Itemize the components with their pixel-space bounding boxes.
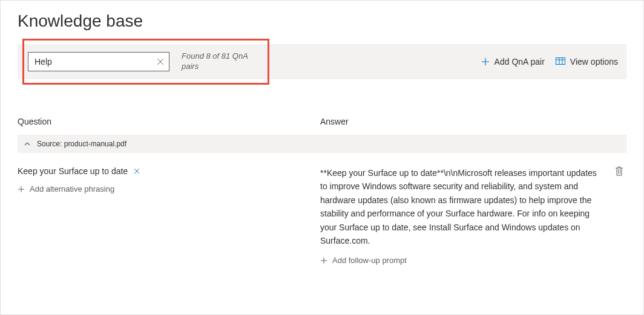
answer-column: **Keep your Surface up to date**\n\nMicr…	[320, 166, 626, 265]
toolbar: Found 8 of 81 QnA pairs Add QnA pair	[18, 44, 626, 79]
search-result-count: Found 8 of 81 QnA pairs	[182, 51, 260, 72]
svg-rect-0	[556, 58, 565, 65]
add-qna-pair-button[interactable]: Add QnA pair	[481, 57, 545, 67]
add-qna-pair-label: Add QnA pair	[494, 57, 545, 67]
answer-text[interactable]: **Keep your Surface up to date**\n\nMicr…	[320, 166, 603, 247]
columns-header: Question Answer	[18, 117, 626, 132]
remove-question-icon[interactable]	[134, 168, 140, 174]
source-label: Source: product-manual.pdf	[37, 140, 126, 148]
add-alternative-phrasing-label: Add alternative phrasing	[30, 184, 114, 193]
qna-row: Keep your Surface up to date Add alterna…	[18, 166, 626, 265]
search-box[interactable]	[28, 52, 169, 71]
delete-button[interactable]	[612, 166, 626, 265]
trash-icon	[615, 166, 623, 265]
view-options-label: View options	[570, 57, 618, 67]
source-row[interactable]: Source: product-manual.pdf	[18, 135, 626, 153]
plus-icon	[481, 57, 490, 66]
add-alternative-phrasing-button[interactable]: Add alternative phrasing	[18, 184, 302, 193]
add-followup-button[interactable]: Add follow-up prompt	[320, 256, 603, 265]
plus-icon	[320, 257, 327, 264]
plus-icon	[18, 186, 25, 193]
search-highlight: Found 8 of 81 QnA pairs	[22, 39, 269, 85]
question-text: Keep your Surface up to date	[18, 166, 128, 176]
answer-column-header: Answer	[320, 117, 626, 126]
view-options-icon	[556, 57, 565, 66]
question-column-header: Question	[18, 117, 320, 126]
search-input[interactable]	[34, 57, 157, 67]
page-title: Knowledge base	[18, 11, 626, 31]
add-followup-label: Add follow-up prompt	[332, 256, 407, 265]
clear-icon[interactable]	[157, 58, 164, 65]
chevron-up-icon[interactable]	[24, 141, 31, 147]
view-options-button[interactable]: View options	[556, 57, 618, 67]
question-column: Keep your Surface up to date Add alterna…	[18, 166, 320, 265]
toolbar-actions: Add QnA pair View options	[481, 57, 618, 67]
question-item[interactable]: Keep your Surface up to date	[18, 166, 302, 176]
